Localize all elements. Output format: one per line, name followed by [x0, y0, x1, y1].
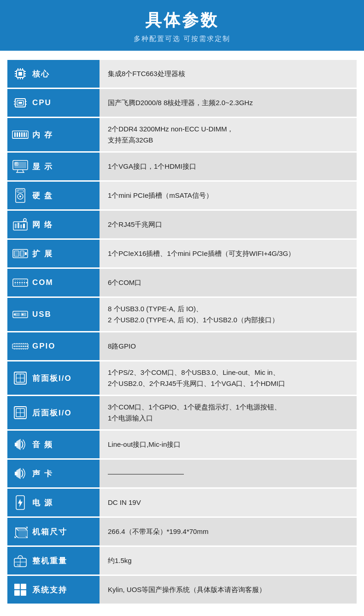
memory-icon — [12, 126, 29, 143]
value-text-os: Kylin, UOS等国产操作系统（具体版本请咨询客服） — [108, 586, 266, 593]
expand-icon — [12, 245, 29, 262]
os-icon — [12, 581, 29, 598]
spec-row-sound-card: 声 卡——————————— — [7, 459, 357, 488]
svg-point-69 — [19, 284, 20, 285]
svg-point-84 — [21, 346, 23, 347]
page-subtitle: 多种配置可选 可按需求定制 — [0, 35, 364, 43]
value-cell-expand: 1个PCIeX16插槽、1个mini PCIe插槽（可支持WIFI+4G/3G） — [100, 239, 357, 268]
value-text-rear-io-1: 1个电源输入口 — [108, 414, 153, 422]
svg-rect-53 — [21, 251, 23, 256]
label-text-chassis-size: 机箱尺寸 — [32, 527, 67, 537]
value-text-memory-1: 支持至高32GB — [108, 136, 153, 144]
svg-marker-117 — [18, 499, 23, 507]
svg-point-35 — [16, 163, 17, 164]
value-text-network: 2个RJ45千兆网口 — [108, 220, 162, 228]
svg-point-57 — [17, 282, 18, 284]
svg-point-71 — [24, 284, 25, 285]
page-header: 具体参数 多种配置可选 可按需求定制 — [0, 0, 364, 51]
spec-row-hdd: 硬 盘1个mini PCIe插槽（mSATA信号） — [7, 181, 357, 210]
svg-rect-16 — [18, 102, 22, 104]
label-text-com: COM — [32, 278, 53, 287]
label-text-os: 系统支持 — [32, 585, 67, 595]
spec-row-memory: 内 存2个DDR4 3200MHz non-ECC U-DIMM，支持至高32G… — [7, 118, 357, 152]
svg-point-59 — [22, 282, 23, 284]
label-text-hdd: 硬 盘 — [32, 190, 53, 201]
label-cell-network: 网 络 — [7, 210, 100, 239]
label-cell-com: COM — [7, 268, 100, 297]
value-cell-chassis-size: 266.4（不带耳朵）*199.4*70mm — [100, 517, 357, 546]
svg-point-66 — [24, 280, 25, 281]
svg-point-82 — [18, 346, 19, 347]
spec-row-gpio: GPIO8路GPIO — [7, 332, 357, 361]
svg-rect-127 — [21, 584, 26, 589]
value-text-expand: 1个PCIeX16插槽、1个mini PCIe插槽（可支持WIFI+4G/3G） — [108, 249, 295, 257]
page-title: 具体参数 — [0, 9, 364, 32]
label-text-core: 核心 — [32, 69, 50, 79]
spec-row-expand: 扩 展1个PCIeX16插槽、1个mini PCIe插槽（可支持WIFI+4G/… — [7, 239, 357, 268]
spec-row-os: 系统支持Kylin, UOS等国产操作系统（具体版本请咨询客服） — [7, 575, 357, 604]
svg-line-48 — [20, 221, 24, 222]
svg-rect-23 — [17, 132, 18, 137]
svg-point-62 — [15, 280, 16, 281]
com-icon — [12, 274, 29, 291]
label-text-power: 电 源 — [32, 498, 53, 508]
value-text-core: 集成8个FTC663处理器核 — [108, 70, 185, 77]
label-cell-usb: USB — [7, 297, 100, 332]
value-text-front-io-1: 2个USB2.0、2个RJ45千兆网口、1个VGA口、1个HDMI口 — [108, 379, 285, 387]
value-text-sound-card: ——————————— — [108, 469, 184, 477]
gpio-icon — [12, 338, 29, 355]
svg-point-60 — [24, 282, 25, 284]
value-text-display: 1个VGA接口，1个HDMI接口 — [108, 162, 196, 170]
label-cell-expand: 扩 展 — [7, 239, 100, 268]
label-text-network: 网 络 — [32, 219, 53, 230]
value-cell-cpu: 国产飞腾D2000/8 8核处理器，主频2.0~2.3GHz — [100, 89, 357, 118]
label-cell-front-io: 前面板I/O — [7, 361, 100, 396]
value-text-audio: Line-out接口,Mic-in接口 — [108, 440, 181, 448]
label-cell-rear-io: 后面板I/O — [7, 396, 100, 430]
value-cell-hdd: 1个mini PCIe插槽（mSATA信号） — [100, 181, 357, 210]
label-cell-weight: kg 整机重量 — [7, 546, 100, 575]
label-cell-sound-card: 声 卡 — [7, 459, 100, 488]
value-text-usb-0: 8 个USB3.0 (TYPE-A, 后 IO)、 — [108, 305, 203, 313]
value-text-usb-1: 2 个USB2.0 (TYPE-A, 后 IO)、1个USB2.0（内部接口） — [108, 316, 279, 324]
svg-rect-128 — [14, 590, 20, 596]
svg-point-70 — [22, 284, 23, 285]
spec-row-rear-io: 后面板I/O3个COM口、1个GPIO、1个硬盘指示灯、1个电源按钮、1个电源输… — [7, 396, 357, 430]
label-text-memory: 内 存 — [32, 130, 53, 140]
svg-point-65 — [22, 280, 23, 281]
svg-rect-46 — [23, 224, 25, 228]
spec-row-power: 电 源DC IN 19V — [7, 488, 357, 517]
label-cell-gpio: GPIO — [7, 332, 100, 361]
svg-point-61 — [26, 282, 28, 284]
label-cell-cpu: CPU — [7, 89, 100, 118]
value-cell-audio: Line-out接口,Mic-in接口 — [100, 430, 357, 459]
value-cell-network: 2个RJ45千兆网口 — [100, 210, 357, 239]
value-text-front-io-0: 1个PS/2、3个COM口、8个USB3.0、Line-out、Mic in、 — [108, 368, 280, 376]
value-cell-memory: 2个DDR4 3200MHz non-ECC U-DIMM，支持至高32GB — [100, 118, 357, 152]
svg-rect-24 — [19, 132, 20, 137]
svg-rect-45 — [20, 225, 22, 228]
svg-rect-129 — [21, 590, 26, 596]
value-text-hdd: 1个mini PCIe插槽（mSATA信号） — [108, 191, 213, 199]
value-cell-core: 集成8个FTC663处理器核 — [100, 60, 357, 89]
value-text-memory-0: 2个DDR4 3200MHz non-ECC U-DIMM， — [108, 125, 234, 133]
spec-row-audio: 音 频Line-out接口,Mic-in接口 — [7, 430, 357, 459]
label-cell-core: 核心 — [7, 60, 100, 89]
svg-rect-44 — [18, 223, 19, 228]
value-cell-weight: 约1.5kg — [100, 546, 357, 575]
svg-rect-27 — [26, 132, 27, 137]
label-text-sound-card: 声 卡 — [32, 468, 53, 479]
value-text-cpu: 国产飞腾D2000/8 8核处理器，主频2.0~2.3GHz — [108, 99, 253, 107]
label-cell-power: 电 源 — [7, 488, 100, 517]
weight-icon: kg — [12, 552, 29, 569]
core-icon — [12, 65, 29, 82]
svg-point-80 — [14, 346, 15, 347]
network-icon — [12, 216, 29, 233]
label-cell-os: 系统支持 — [7, 575, 100, 604]
label-text-audio: 音 频 — [32, 439, 53, 450]
svg-rect-113 — [15, 443, 18, 446]
svg-point-39 — [19, 195, 21, 197]
svg-point-63 — [17, 280, 18, 281]
svg-point-86 — [25, 346, 26, 347]
spec-row-core: 核心集成8个FTC663处理器核 — [7, 60, 357, 89]
